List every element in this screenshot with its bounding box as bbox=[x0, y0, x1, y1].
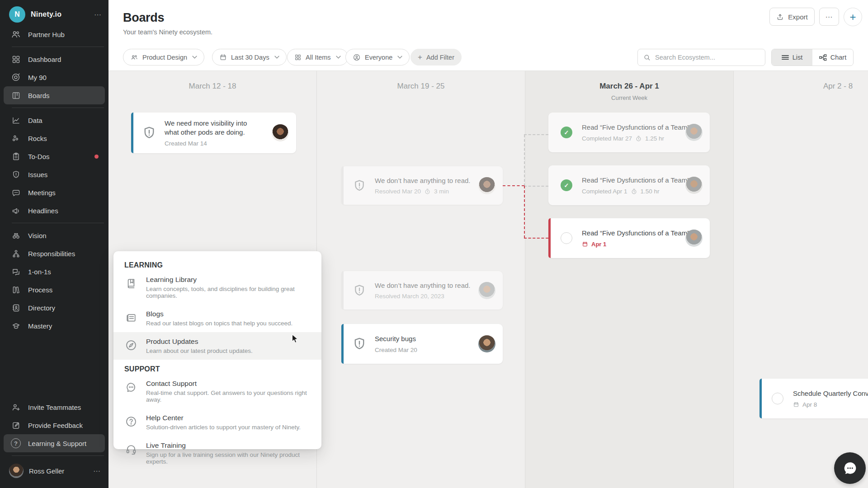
chevron-down-icon bbox=[192, 56, 197, 59]
todo-card-read-completed-2[interactable]: ✓ Read “Five Dysfunctions of a Team” Com… bbox=[548, 165, 710, 205]
checkbox-checked[interactable]: ✓ bbox=[557, 127, 576, 138]
checkbox-unchecked[interactable] bbox=[769, 393, 787, 404]
issue-card-resolved[interactable]: We don’t have anything to read. Resolved… bbox=[341, 166, 503, 205]
user-options-icon[interactable]: ⋯ bbox=[93, 467, 101, 475]
todo-card-read-completed-1[interactable]: ✓ Read “Five Dysfunctions of a Team” Com… bbox=[548, 113, 710, 152]
sidebar-item-responsibilities[interactable]: Responsibilities bbox=[0, 244, 108, 263]
notification-dot bbox=[94, 155, 99, 159]
popup-item-title: Product Updates bbox=[146, 338, 253, 346]
sidebar-item-label: Dashboard bbox=[28, 56, 61, 63]
ellipsis-icon: ⋯ bbox=[826, 13, 833, 21]
popup-item-desc: Solution-driven articles to support your… bbox=[146, 424, 301, 431]
view-toggle-list[interactable]: List bbox=[772, 49, 812, 66]
sidebar-divider bbox=[12, 108, 104, 108]
sidebar-item-meetings[interactable]: Meetings bbox=[0, 183, 108, 202]
sidebar-item-dashboard[interactable]: Dashboard bbox=[0, 50, 108, 68]
user-menu[interactable]: Ross Geller ⋯ bbox=[0, 459, 108, 485]
sidebar-item-1-on-1s[interactable]: 1-on-1s bbox=[0, 263, 108, 281]
card-title: Read “Five Dysfunctions of a Team” bbox=[582, 229, 679, 238]
sidebar-item-invite-teammates[interactable]: Invite Teammates bbox=[0, 398, 108, 416]
search-bar[interactable] bbox=[637, 49, 765, 66]
sidebar-item-label: 1-on-1s bbox=[28, 268, 51, 276]
card-accent bbox=[548, 218, 551, 258]
sidebar-item-my-90[interactable]: My 90 bbox=[0, 68, 108, 86]
avatar bbox=[272, 124, 289, 141]
popup-item-contact-support[interactable]: Contact Support Real-time chat support. … bbox=[113, 374, 321, 408]
week-column-title: March 19 - 25 bbox=[317, 82, 525, 91]
people-filter-dropdown[interactable]: Everyone bbox=[345, 49, 410, 66]
date-range-value: Last 30 Days bbox=[231, 54, 269, 61]
item-type-dropdown[interactable]: All Items bbox=[287, 49, 348, 66]
sidebar-item-issues[interactable]: Issues bbox=[0, 165, 108, 183]
sidebar-item-label: Rocks bbox=[28, 135, 47, 142]
week-column-4: Apr 2 - 8 bbox=[734, 71, 868, 488]
checkbox-unchecked[interactable] bbox=[557, 232, 576, 244]
view-toggle-chart[interactable]: Chart bbox=[812, 49, 853, 66]
popup-item-learning-library[interactable]: Learning Library Learn concepts, tools, … bbox=[113, 270, 321, 305]
dependency-connector-gray bbox=[524, 135, 525, 186]
sidebar-item-directory[interactable]: Directory bbox=[0, 299, 108, 317]
dependency-connector-red bbox=[503, 185, 524, 186]
rocks-icon bbox=[11, 133, 21, 143]
issue-card-resolved-2023[interactable]: We don’t have anything to read. Resolved… bbox=[341, 271, 503, 310]
shield-alert-icon bbox=[350, 336, 368, 352]
popup-item-blogs[interactable]: Blogs Read our latest blogs on topics th… bbox=[113, 305, 321, 332]
popup-item-live-training[interactable]: Live Training Sign up for a live trainin… bbox=[113, 436, 321, 470]
export-button[interactable]: Export bbox=[769, 8, 815, 26]
card-meta: Resolved March 20, 2023 bbox=[375, 293, 472, 300]
sidebar-item-label: Mastery bbox=[28, 322, 52, 330]
sidebar-item-provide-feedback[interactable]: Provide Feedback bbox=[0, 416, 108, 434]
issue-card-visibility[interactable]: We need more visibility into what other … bbox=[131, 113, 296, 153]
org-chart-icon bbox=[11, 249, 21, 258]
popup-item-help-center[interactable]: Help Center Solution-driven articles to … bbox=[113, 408, 321, 436]
card-title: We don’t have anything to read. bbox=[375, 281, 472, 290]
popup-item-product-updates[interactable]: Product Updates Learn about our latest p… bbox=[113, 332, 321, 360]
sidebar-bottom: Invite Teammates Provide Feedback ? Lear… bbox=[0, 398, 108, 488]
compass-icon bbox=[124, 338, 138, 352]
sidebar-item-label: Responsibilities bbox=[28, 250, 75, 258]
add-filter-button[interactable]: + Add Filter bbox=[410, 49, 462, 66]
sidebar-divider bbox=[12, 47, 104, 47]
export-label: Export bbox=[788, 13, 807, 21]
sidebar-item-label: Directory bbox=[28, 304, 55, 312]
sidebar-item-headlines[interactable]: Headlines bbox=[0, 202, 108, 220]
sidebar-item-vision[interactable]: Vision bbox=[0, 226, 108, 244]
two-chats-icon bbox=[11, 267, 21, 277]
card-accent bbox=[341, 324, 344, 364]
sidebar-item-process[interactable]: Process bbox=[0, 281, 108, 299]
todo-card-read-overdue[interactable]: Read “Five Dysfunctions of a Team” Apr 1 bbox=[548, 218, 710, 258]
people-filter-value: Everyone bbox=[365, 54, 392, 61]
checkbox-checked[interactable]: ✓ bbox=[557, 179, 576, 191]
issue-card-security-bugs[interactable]: Security bugs Created Mar 20 bbox=[341, 324, 503, 364]
popup-item-title: Help Center bbox=[146, 414, 301, 422]
week-column-title-text: March 26 - Apr 1 bbox=[525, 82, 733, 91]
sidebar-item-rocks[interactable]: Rocks bbox=[0, 129, 108, 147]
sidebar-item-label: Process bbox=[28, 286, 52, 294]
sidebar-item-data[interactable]: Data bbox=[0, 111, 108, 129]
chart-label: Chart bbox=[830, 54, 846, 61]
date-range-dropdown[interactable]: Last 30 Days bbox=[212, 49, 287, 66]
more-options-button[interactable]: ⋯ bbox=[819, 8, 839, 26]
card-meta: Created Mar 14 bbox=[165, 140, 265, 147]
team-filter-dropdown[interactable]: Product Design bbox=[123, 49, 204, 66]
sidebar-item-partner-hub[interactable]: Partner Hub bbox=[0, 25, 108, 43]
sidebar-menu-icon[interactable]: ⋯ bbox=[94, 10, 102, 19]
sidebar-item-label: Vision bbox=[28, 232, 47, 239]
sidebar-item-mastery[interactable]: Mastery bbox=[0, 317, 108, 335]
card-meta: Completed Apr 1 1.50 hr bbox=[582, 188, 679, 195]
search-input[interactable] bbox=[655, 54, 760, 61]
sidebar-divider bbox=[12, 455, 104, 456]
page-header: Boards Your team's Ninety ecosystem. Exp… bbox=[108, 0, 868, 71]
todo-card-schedule-quarterly[interactable]: Schedule Quarterly Conversat Apr 8 bbox=[760, 379, 868, 418]
sidebar-item-learning-support[interactable]: ? Learning & Support bbox=[4, 434, 105, 452]
week-column-title: Apr 2 - 8 bbox=[734, 82, 868, 91]
help-circle-icon: ? bbox=[11, 438, 21, 448]
chevron-down-icon bbox=[274, 56, 279, 59]
chat-fab-button[interactable] bbox=[834, 452, 866, 484]
sidebar-item-boards[interactable]: Boards bbox=[4, 86, 105, 104]
calendar-icon bbox=[219, 53, 227, 61]
sidebar-item-to-dos[interactable]: To-Dos bbox=[0, 147, 108, 165]
binoculars-icon bbox=[11, 230, 21, 240]
sidebar-item-label: Meetings bbox=[28, 189, 56, 197]
create-button[interactable]: + bbox=[844, 8, 862, 26]
